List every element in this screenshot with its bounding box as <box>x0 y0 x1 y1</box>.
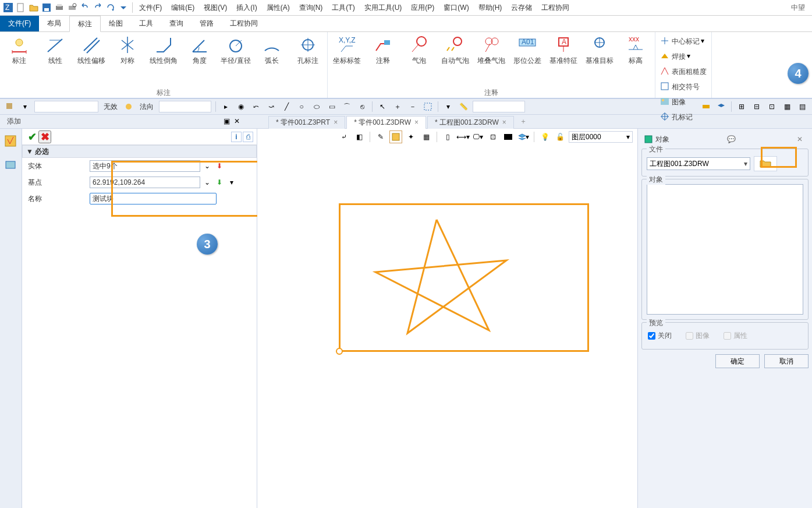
cube-icon[interactable] <box>389 130 402 143</box>
sub-icon-2[interactable] <box>122 100 135 113</box>
btn-radius[interactable]: 半径/直径 <box>218 33 254 66</box>
btn-roughness[interactable]: 表面粗糙度 <box>657 63 710 79</box>
close-icon[interactable]: ✕ <box>797 135 803 143</box>
new-icon[interactable] <box>15 2 27 13</box>
btn-weld[interactable]: 焊接▾ <box>657 48 710 63</box>
btn-datum-target[interactable]: 基准目标 <box>581 33 618 66</box>
btn-coord-label[interactable]: X,Y,Z坐标标签 <box>329 33 365 66</box>
save-icon[interactable] <box>41 2 52 13</box>
chevron-down-icon[interactable]: ⌄ <box>202 161 212 171</box>
frame-icon[interactable]: ▯ <box>441 130 454 143</box>
grid-icon[interactable]: ⊡ <box>765 100 778 113</box>
brush-icon[interactable]: ✎ <box>374 130 387 143</box>
menu-collab[interactable]: 工程协同 <box>537 3 574 13</box>
btn-linear[interactable]: 线性 <box>37 33 73 66</box>
cursor-icon[interactable]: ↖ <box>376 100 389 113</box>
dialog-icon[interactable]: 💬 <box>727 135 736 143</box>
ribbon-tab-tools[interactable]: 工具 <box>131 16 161 31</box>
monitor-icon[interactable]: 🖵▾ <box>471 130 484 143</box>
menu-attr[interactable]: 属性(A) <box>262 3 295 13</box>
btn-hole-dim[interactable]: 孔标注 <box>290 33 326 66</box>
ribbon-tab-layout[interactable]: 布局 <box>39 16 69 31</box>
redo-icon[interactable] <box>92 2 104 13</box>
btn-chamfer[interactable]: 线性倒角 <box>146 33 182 66</box>
open-icon[interactable] <box>28 2 40 13</box>
lock-icon[interactable]: 🔓 <box>554 130 566 143</box>
btn-hole-mark[interactable]: 孔标记 <box>657 109 703 124</box>
ribbon-tab-pipe[interactable]: 管路 <box>192 16 222 31</box>
object-listbox[interactable] <box>647 184 803 315</box>
menu-query[interactable]: 查询(N) <box>295 3 328 13</box>
btn-linear-offset[interactable]: 线性偏移 <box>73 33 109 66</box>
expand-icon[interactable]: ⎙ <box>243 132 253 142</box>
tool-icon[interactable]: ⤻ <box>265 100 278 113</box>
play-icon[interactable]: ▸ <box>219 100 232 113</box>
color-black-icon[interactable] <box>502 130 515 143</box>
minus-icon[interactable]: － <box>406 100 419 113</box>
dotted-icon[interactable]: ⊡ <box>487 130 499 143</box>
field-basepoint-input[interactable] <box>90 177 200 188</box>
ribbon-tab-dimension[interactable]: 标注 <box>69 16 101 32</box>
record-icon[interactable]: ◉ <box>235 100 247 113</box>
confirm-button[interactable]: ✔ <box>26 130 38 143</box>
history-icon[interactable] <box>4 135 18 149</box>
btn-balloon[interactable]: 气泡 <box>401 33 437 66</box>
layer-icon[interactable] <box>715 100 728 113</box>
ruler-icon[interactable]: 📏 <box>457 100 470 113</box>
field-entity-input[interactable] <box>90 160 200 172</box>
grid-icon[interactable]: ⊟ <box>750 100 763 113</box>
sub-combo-1[interactable] <box>34 101 98 112</box>
ellipse-icon[interactable]: ⬭ <box>310 100 323 113</box>
more-dropdown-icon[interactable] <box>118 2 129 13</box>
magic-icon[interactable]: ✦ <box>405 130 417 143</box>
undo-icon[interactable] <box>79 2 91 13</box>
sub-combo-3[interactable] <box>473 101 525 112</box>
dropdown-icon[interactable]: ▾ <box>226 177 237 188</box>
cancel-button[interactable]: ✖ <box>38 130 51 143</box>
drawing-canvas[interactable] <box>257 145 637 508</box>
print-preview-icon[interactable] <box>66 2 78 13</box>
refresh-icon[interactable] <box>105 2 116 13</box>
pick-icon[interactable]: ⬇ <box>214 161 225 171</box>
open-file-button[interactable] <box>754 156 777 171</box>
circle-icon[interactable]: ○ <box>295 100 308 113</box>
menu-file[interactable]: 文件(F) <box>134 3 166 13</box>
field-name-input[interactable] <box>90 193 217 204</box>
plus-icon[interactable]: ＋ <box>391 100 404 113</box>
tool-icon[interactable]: ⎋ <box>356 100 368 113</box>
cancel-button[interactable]: 取消 <box>764 354 809 368</box>
tool-icon[interactable]: ▾ <box>442 100 455 113</box>
doc-tab-engdrw[interactable]: * 工程图001.Z3DRW× <box>427 116 514 129</box>
sub-combo-2[interactable] <box>159 101 211 112</box>
btn-datum[interactable]: A基准特征 <box>545 33 581 66</box>
panel-minimize-icon[interactable]: ▣ <box>224 117 233 126</box>
btn-angle[interactable]: 角度 <box>182 33 218 66</box>
ok-button[interactable]: 确定 <box>715 354 760 368</box>
menu-help[interactable]: 帮助(H) <box>474 3 507 13</box>
btn-gdt[interactable]: A01形位公差 <box>509 33 545 66</box>
close-icon[interactable]: × <box>414 118 419 126</box>
sub-origin-icon[interactable] <box>3 100 16 113</box>
menu-edit[interactable]: 编辑(E) <box>166 3 199 13</box>
btn-note[interactable]: 注释 <box>365 33 401 66</box>
menu-insert[interactable]: 插入(I) <box>232 3 261 13</box>
arc-icon[interactable]: ⌒ <box>341 100 353 113</box>
measure-icon[interactable] <box>700 100 712 113</box>
btn-center-mark[interactable]: 中心标记▾ <box>657 33 710 48</box>
file-combo[interactable]: 工程图001.Z3DRW▾ <box>647 157 750 170</box>
rect-icon[interactable]: ▭ <box>325 100 338 113</box>
doc-tab-part-prt[interactable]: * 零件001.Z3PRT× <box>268 116 345 129</box>
close-icon[interactable]: × <box>334 118 338 126</box>
layer-combo[interactable]: 图层0000▾ <box>569 131 633 143</box>
grid-icon[interactable]: ▤ <box>796 100 809 113</box>
grid-icon[interactable]: ▦ <box>420 130 432 143</box>
ruler-h-icon[interactable]: ⟷▾ <box>456 130 469 143</box>
pick-icon[interactable]: ⬇ <box>214 177 225 188</box>
panel-close-icon[interactable]: ✕ <box>234 117 243 126</box>
chk-close-input[interactable] <box>648 332 655 340</box>
menu-tools[interactable]: 工具(T) <box>327 3 359 13</box>
layer-stack-icon[interactable]: ▾ <box>517 130 530 143</box>
bulb-icon[interactable]: 💡 <box>538 130 551 143</box>
btn-image[interactable]: 图像 <box>657 94 703 109</box>
back-icon[interactable]: ⤶ <box>338 130 350 143</box>
